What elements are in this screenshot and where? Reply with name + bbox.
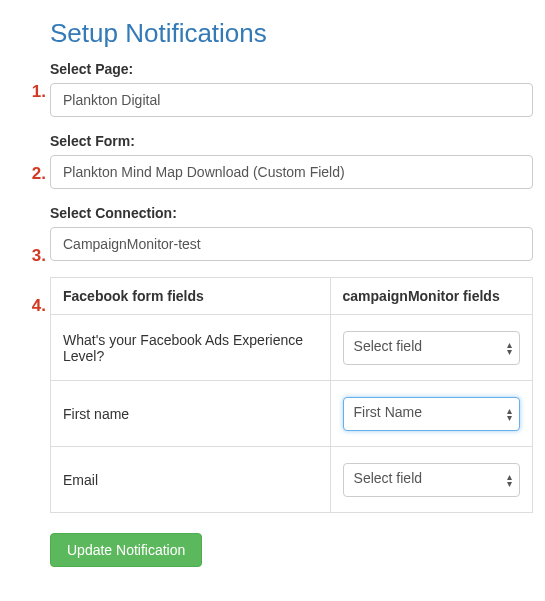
mapped-field-cell: Select field▴▾ — [330, 315, 532, 381]
mapped-field-cell: Select field▴▾ — [330, 447, 532, 513]
table-row: EmailSelect field▴▾ — [51, 447, 533, 513]
update-notification-button[interactable]: Update Notification — [50, 533, 202, 567]
select-page-input[interactable] — [50, 83, 533, 117]
table-header-campaignmonitor: campaignMonitor fields — [330, 278, 532, 315]
mapped-field-select[interactable]: First Name — [343, 397, 520, 431]
facebook-field-cell: Email — [51, 447, 331, 513]
select-form-input[interactable] — [50, 155, 533, 189]
step-number-4: 4. — [20, 296, 46, 316]
mapped-field-select[interactable]: Select field — [343, 331, 520, 365]
select-page-label: Select Page: — [50, 61, 533, 77]
step-number-1: 1. — [20, 82, 46, 102]
facebook-field-cell: What's your Facebook Ads Experience Leve… — [51, 315, 331, 381]
step-number-2: 2. — [20, 164, 46, 184]
select-form-label: Select Form: — [50, 133, 533, 149]
select-connection-input[interactable] — [50, 227, 533, 261]
mapped-field-cell: First Name▴▾ — [330, 381, 532, 447]
field-mapping-table: Facebook form fields campaignMonitor fie… — [50, 277, 533, 513]
mapped-field-select[interactable]: Select field — [343, 463, 520, 497]
step-number-3: 3. — [20, 246, 46, 266]
select-connection-label: Select Connection: — [50, 205, 533, 221]
table-row: First nameFirst Name▴▾ — [51, 381, 533, 447]
select-form-group: Select Form: — [50, 133, 533, 189]
facebook-field-cell: First name — [51, 381, 331, 447]
page-title: Setup Notifications — [50, 18, 533, 49]
table-row: What's your Facebook Ads Experience Leve… — [51, 315, 533, 381]
table-header-facebook: Facebook form fields — [51, 278, 331, 315]
select-page-group: Select Page: — [50, 61, 533, 117]
select-connection-group: Select Connection: — [50, 205, 533, 261]
